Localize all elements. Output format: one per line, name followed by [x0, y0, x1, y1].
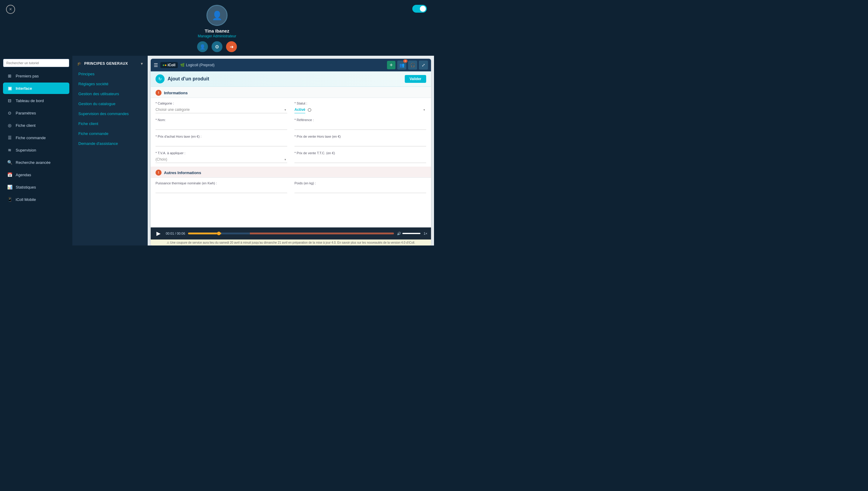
field-prix-achat: * Prix d'achat Hors taxe (en €) :: [156, 135, 287, 146]
users-button[interactable]: 👥 2: [397, 61, 406, 69]
form-section-info: ! Informations * Catégorie : Choisir une…: [151, 87, 431, 167]
sidebar-item-recherche[interactable]: 🔍 Recherche avancée: [3, 156, 69, 168]
right-content: ☰ iColl 🌿 Logicoll (Preprod) + 👥: [148, 56, 434, 246]
interface-icon: ▣: [7, 85, 13, 91]
tva-select[interactable]: (Choix): [156, 156, 287, 163]
hamburger-icon[interactable]: ☰: [154, 62, 158, 68]
validate-button[interactable]: Valider: [405, 75, 426, 83]
progress-thumb: [217, 232, 221, 235]
prix-vente-ttc-input[interactable]: [295, 156, 426, 163]
volume-control: 🔊: [397, 232, 420, 236]
progress-filled: [188, 233, 221, 234]
search-input[interactable]: [3, 59, 69, 67]
tutorial-link-catalogue[interactable]: Gestion du catalogue: [72, 99, 148, 109]
prix-vente-ht-label: * Prix de vente Hors taxe (en €): [295, 135, 426, 138]
field-tva: * T.V.A. à appliquer : (Choix): [156, 151, 287, 163]
sidebar-item-agendas[interactable]: 📅 Agendas: [3, 169, 69, 180]
other-section-icon: !: [156, 170, 162, 176]
statut-value: Activé: [295, 106, 305, 113]
reference-input[interactable]: [295, 123, 426, 130]
top-header: × 👤 Tina Ibanez Manager Administrateur 👤…: [0, 0, 434, 56]
agendas-icon: 📅: [7, 172, 13, 178]
expand-button[interactable]: ⤢: [419, 61, 428, 69]
sidebar-item-tableau-de-bord[interactable]: ⊟ Tableau de bord: [3, 95, 69, 106]
tutorial-panel: 🎓 PRINCIPES GENERAUX ▾ Principes Réglage…: [72, 56, 148, 246]
field-poids: Poids (en kg) :: [295, 181, 426, 193]
tableau-icon: ⊟: [7, 97, 13, 104]
section-info-title: Informations: [164, 91, 188, 95]
info-section-icon: !: [156, 90, 162, 96]
recherche-icon: 🔍: [7, 160, 13, 165]
section-other-title: Autres Informations: [164, 171, 201, 175]
sidebar-item-interface[interactable]: ▣ Interface: [3, 83, 69, 94]
settings-button[interactable]: ⚙: [212, 41, 222, 52]
logout-button[interactable]: ➜: [226, 41, 237, 52]
toggle-switch[interactable]: [412, 5, 427, 13]
section-header-left: 🎓 PRINCIPES GENERAUX: [77, 61, 128, 66]
notification-bar: ⚠ Une coupure de service aura lieu du sa…: [151, 239, 431, 246]
tutorial-link-supervision[interactable]: Supervision des commandes: [72, 109, 148, 119]
supervision-icon: ≋: [7, 147, 13, 153]
puissance-input[interactable]: [156, 186, 287, 193]
app-window: ☰ iColl 🌿 Logicoll (Preprod) + 👥: [151, 59, 431, 246]
add-button[interactable]: +: [387, 61, 395, 69]
sidebar-item-supervision[interactable]: ≋ Supervision: [3, 144, 69, 156]
statut-select-wrapper[interactable]: Activé: [295, 106, 426, 113]
poids-input[interactable]: [295, 186, 426, 193]
prix-achat-input[interactable]: [156, 140, 287, 146]
form-grid-other: Puissance thermique nominale (en Kwh) : …: [151, 178, 431, 197]
progress-bar[interactable]: [188, 233, 394, 234]
sidebar-item-statistiques[interactable]: 📊 Statistiques: [3, 181, 69, 193]
play-button[interactable]: ▶: [154, 229, 163, 238]
main-layout: ⊞ Premiers pas ▣ Interface ⊟ Tableau de …: [0, 56, 434, 246]
categorie-label: * Catégorie :: [156, 102, 287, 105]
page-header: ↻ Ajout d'un produit Valider: [151, 71, 431, 87]
nom-input[interactable]: [156, 123, 287, 130]
user-name: Tina Ibanez: [205, 28, 229, 33]
close-button[interactable]: ×: [6, 5, 15, 14]
logo-text: iColl: [168, 63, 175, 67]
tva-select-wrapper[interactable]: (Choix): [156, 156, 287, 163]
users-badge: 2: [403, 59, 408, 63]
dot-yellow: [165, 64, 166, 66]
headset-button[interactable]: 🎧: [408, 61, 417, 69]
video-bar: ▶ 00:01 / 00:06 🔊 1×: [151, 227, 431, 239]
poids-label: Poids (en kg) :: [295, 181, 426, 185]
form-grid-info: * Catégorie : Choisir une catégorie * St…: [151, 98, 431, 167]
avatar: 👤: [206, 5, 228, 26]
statut-label: * Statut :: [295, 102, 426, 105]
categorie-select[interactable]: Choisir une catégorie: [156, 106, 287, 113]
statistiques-icon: 📊: [7, 184, 13, 190]
categorie-select-wrapper[interactable]: Choisir une catégorie: [156, 106, 287, 113]
profile-button[interactable]: 👤: [197, 41, 208, 52]
tutorial-link-reglages[interactable]: Réglages société: [72, 79, 148, 89]
sidebar-item-fiche-client[interactable]: ◎ Fiche client: [3, 120, 69, 131]
toggle-track[interactable]: [412, 5, 427, 13]
sidebar-item-fiche-commande[interactable]: ☰ Fiche commande: [3, 132, 69, 143]
breadcrumb: 🌿 Logicoll (Preprod): [180, 63, 215, 67]
prix-vente-ht-input[interactable]: [295, 140, 426, 146]
field-nom: * Nom:: [156, 118, 287, 130]
page-title-icon: ↻: [156, 75, 165, 83]
app-logo: iColl: [160, 62, 178, 68]
tutorial-link-principes[interactable]: Principes: [72, 69, 148, 79]
fiche-commande-icon: ☰: [7, 135, 13, 141]
field-statut: * Statut : Activé: [295, 102, 426, 113]
field-prix-vente-ttc: * Prix de vente T.T.C. (en €): [295, 151, 426, 163]
section-info-header: ! Informations: [151, 87, 431, 98]
toggle-thumb: [420, 6, 426, 12]
sidebar-item-premiers-pas[interactable]: ⊞ Premiers pas: [3, 70, 69, 82]
speed-label[interactable]: 1×: [423, 232, 427, 235]
volume-bar[interactable]: [402, 233, 420, 234]
tutorial-section-header[interactable]: 🎓 PRINCIPES GENERAUX ▾: [72, 59, 148, 69]
field-reference: * Référence :: [295, 118, 426, 130]
volume-icon[interactable]: 🔊: [397, 232, 401, 236]
field-categorie: * Catégorie : Choisir une catégorie: [156, 102, 287, 113]
topbar-actions: + 👥 2 🎧 ⤢: [387, 61, 428, 69]
tutorial-link-fiche-client[interactable]: Fiche client: [72, 119, 148, 128]
sidebar-item-icoll-mobile[interactable]: 📱 iColl Mobile: [3, 194, 69, 205]
tutorial-link-utilisateurs[interactable]: Gestion des utilisateurs: [72, 89, 148, 99]
tutorial-link-assistance[interactable]: Demande d'assistance: [72, 139, 148, 148]
tutorial-link-fiche-commande[interactable]: Fiche commande: [72, 128, 148, 139]
sidebar-item-parametres[interactable]: ⊙ Paramètres: [3, 107, 69, 119]
